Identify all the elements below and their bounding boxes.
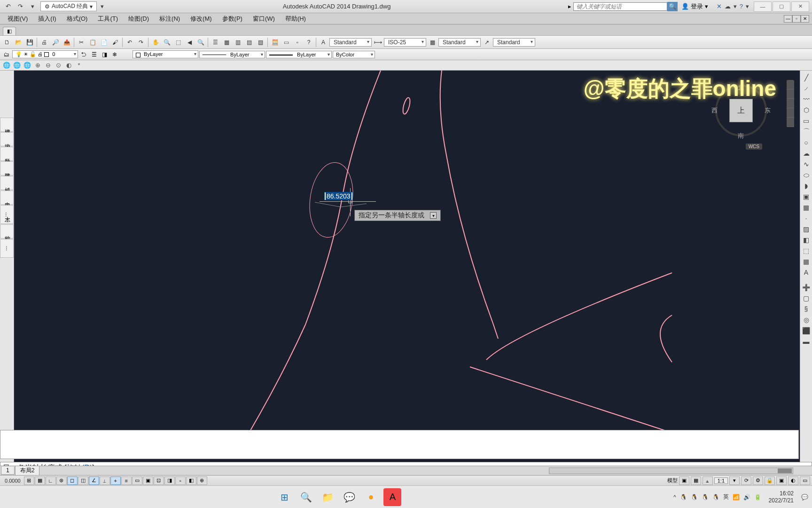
lock-ui-icon[interactable]: 🔒 xyxy=(765,476,775,485)
spline-icon[interactable]: ∿ xyxy=(801,159,812,169)
nav-zoom-icon[interactable] xyxy=(787,99,794,108)
point-icon[interactable]: · xyxy=(801,213,812,223)
region-icon[interactable]: ⬚ xyxy=(801,246,812,256)
grid-toggle[interactable]: ▦ xyxy=(35,476,45,485)
sc-toggle[interactable]: ⊡ xyxy=(154,476,164,485)
ds-toggle[interactable]: ▫ xyxy=(175,476,186,485)
zoom-icon[interactable]: 🔍 xyxy=(162,37,172,48)
polar-toggle[interactable]: ⊛ xyxy=(56,476,67,485)
globe-icon[interactable]: 🌐 xyxy=(2,61,11,70)
qat-dropdown-icon[interactable]: ▾ xyxy=(27,2,38,11)
nav-orbit-icon[interactable] xyxy=(787,108,794,118)
plotstyle-combo[interactable]: ByColor xyxy=(333,51,375,58)
ws-switch-icon[interactable]: ⚙ xyxy=(753,476,763,485)
zoom-prev-icon[interactable]: ◀ xyxy=(184,37,195,48)
polygon-icon[interactable]: ⬡ xyxy=(801,105,812,115)
layer-iso-icon[interactable]: ◨ xyxy=(100,50,109,59)
zoom-realtime-icon[interactable]: 🔍 xyxy=(195,37,206,48)
battery-icon[interactable]: 🔋 xyxy=(754,494,761,500)
layer-manager-icon[interactable]: 🗂 xyxy=(2,50,11,59)
start-button[interactable]: ⊞ xyxy=(275,488,293,506)
helix-icon[interactable]: § xyxy=(801,304,812,314)
globe3-icon[interactable]: 🌐 xyxy=(23,61,32,70)
quickview-icon[interactable]: ▦ xyxy=(691,476,701,485)
model-label[interactable]: 模型 xyxy=(667,477,678,484)
drawing-canvas[interactable]: @零度的之罪online 上 北 南 西 东 WCS xyxy=(14,71,800,485)
tray-qq3-icon[interactable]: 🐧 xyxy=(702,494,709,500)
color-combo[interactable]: ByLayer xyxy=(133,50,198,58)
hscroll-track[interactable] xyxy=(549,468,793,474)
tpy-toggle[interactable]: ▭ xyxy=(132,476,142,485)
layout-tab-layout2[interactable]: 布局2 xyxy=(15,466,40,476)
match-icon[interactable]: 🖌 xyxy=(110,37,120,48)
properties-icon[interactable]: ☰ xyxy=(210,37,220,48)
linetype-combo[interactable]: ByLayer xyxy=(199,51,265,58)
navigation-bar[interactable] xyxy=(787,80,794,127)
dim-style-combo[interactable]: ISO-25 xyxy=(384,38,426,47)
menu-tools[interactable]: 工具(T) xyxy=(93,14,123,24)
menu-dimension[interactable]: 标注(N) xyxy=(155,14,185,24)
otrack-toggle[interactable]: ∠ xyxy=(89,476,99,485)
workspace-save-icon[interactable]: ▾ xyxy=(97,2,107,11)
menu-insert[interactable]: 插入(I) xyxy=(33,14,61,24)
volume-icon[interactable]: 🔊 xyxy=(743,494,750,500)
model-toggle[interactable]: ◧ xyxy=(186,476,196,485)
prompt-dropdown-icon[interactable]: ▾ xyxy=(430,212,437,219)
explorer-icon[interactable]: 📁 xyxy=(319,488,336,506)
network-icon[interactable]: 📶 xyxy=(733,494,740,500)
help-icon[interactable]: ? xyxy=(740,3,743,10)
layer-prev-icon[interactable]: ⮌ xyxy=(79,50,88,59)
chevron-down-icon[interactable]: ▾ xyxy=(746,3,749,10)
layer-state-icon[interactable]: ☰ xyxy=(89,50,99,59)
dynamic-input-field[interactable]: 86.5203 xyxy=(324,192,353,200)
exchange-icon[interactable]: ✕ xyxy=(717,3,722,10)
boundary-icon[interactable]: ⬛ xyxy=(801,325,812,336)
open-icon[interactable]: 📂 xyxy=(13,37,23,48)
ellipse-arc-icon[interactable]: ◗ xyxy=(801,181,812,191)
wipeout-icon[interactable]: ▢ xyxy=(801,293,812,303)
polyline-icon[interactable]: 〰 xyxy=(801,94,812,104)
globe4-icon[interactable]: ⊕ xyxy=(33,61,42,70)
hw-accel-icon[interactable]: ▣ xyxy=(776,476,787,485)
palette-tab-arch[interactable]: 建筑 xyxy=(0,161,14,175)
clean-icon[interactable]: ▫ xyxy=(292,37,303,48)
qp-toggle[interactable]: ▣ xyxy=(143,476,153,485)
design-center-icon[interactable]: ▦ xyxy=(221,37,232,48)
doc-close-button[interactable]: ✕ xyxy=(801,15,809,23)
tray-qq2-icon[interactable]: 🐧 xyxy=(691,494,698,500)
tray-qq1-icon[interactable]: 🐧 xyxy=(680,494,687,500)
construction-line-icon[interactable]: ⟋ xyxy=(801,83,812,94)
help2-icon[interactable]: ? xyxy=(304,37,314,48)
ribbon-tab[interactable]: ◧ xyxy=(3,27,16,35)
donut-icon[interactable]: ◎ xyxy=(801,315,812,325)
close-button[interactable]: ✕ xyxy=(791,1,809,12)
chevron-down-icon[interactable]: ▾ xyxy=(734,3,737,10)
redo-icon[interactable]: ↷ xyxy=(15,2,25,11)
publish-icon[interactable]: 📤 xyxy=(62,37,72,48)
autocad-icon[interactable]: A xyxy=(383,488,401,506)
layer-combo[interactable]: 💡 ☀ 🔓 🖨 0 xyxy=(12,50,78,58)
mtext-icon[interactable]: A xyxy=(801,267,812,278)
lwt-toggle[interactable]: ≡ xyxy=(121,476,132,485)
search-button[interactable]: 🔍 xyxy=(297,488,315,506)
doc-restore-button[interactable]: ▫ xyxy=(792,15,801,23)
ortho-toggle[interactable]: ∟ xyxy=(46,476,56,485)
paste-icon[interactable]: 📄 xyxy=(99,37,109,48)
ime-indicator[interactable]: 英 xyxy=(723,493,729,501)
mleader-style-combo[interactable]: Standard xyxy=(493,38,535,47)
cut-icon[interactable]: ✂ xyxy=(76,37,86,48)
insert-block-icon[interactable]: ▣ xyxy=(801,191,812,202)
line-icon[interactable]: ╱ xyxy=(801,72,812,83)
markup-icon[interactable]: ▧ xyxy=(255,37,265,48)
new-icon[interactable]: 🗋 xyxy=(2,37,12,48)
palette-tab-mech[interactable]: 机械 xyxy=(0,176,14,190)
viewcube-south[interactable]: 南 xyxy=(738,132,744,140)
add-selected-icon[interactable]: ➕ xyxy=(801,282,812,293)
undo2-icon[interactable]: ↶ xyxy=(125,37,135,48)
hscroll-thumb[interactable] xyxy=(778,468,792,473)
menu-help[interactable]: 帮助(H) xyxy=(281,14,311,24)
ann-scale-icon[interactable]: ⟁ xyxy=(703,476,713,485)
tray-chevron-icon[interactable]: ^ xyxy=(673,494,676,500)
layout-max-icon[interactable]: ▣ xyxy=(679,476,689,485)
rectangle-icon[interactable]: ▭ xyxy=(801,116,812,126)
